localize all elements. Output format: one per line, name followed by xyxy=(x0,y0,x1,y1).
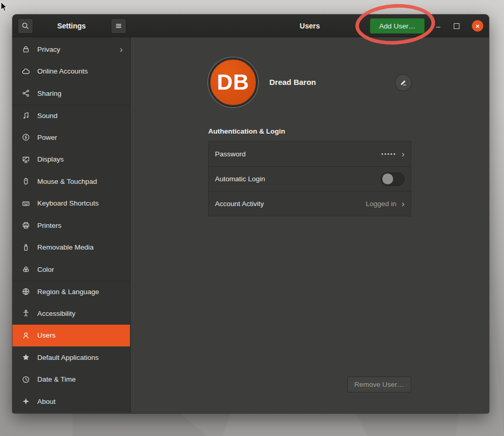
sidebar-item-region-language[interactable]: Region & Language xyxy=(12,281,130,303)
sidebar-item-about[interactable]: About xyxy=(12,390,130,413)
desktop-background: Settings Users Add User… – × Privacy›Onl… xyxy=(0,0,504,436)
sidebar-item-label: Online Accounts xyxy=(37,67,123,75)
sparkle-icon xyxy=(22,397,30,405)
sidebar-item-label: Displays xyxy=(37,155,123,163)
mouse-icon xyxy=(22,177,30,185)
sidebar-item-sharing[interactable]: Sharing xyxy=(12,82,130,105)
sidebar-item-label: Keyboard Shortcuts xyxy=(37,199,123,207)
display-icon xyxy=(22,155,30,164)
sidebar-item-default-applications[interactable]: Default Applications xyxy=(12,346,130,369)
sidebar-item-date-time[interactable]: Date & Time xyxy=(12,369,130,391)
password-label: Password xyxy=(215,150,381,158)
sidebar-item-privacy[interactable]: Privacy› xyxy=(12,38,130,61)
auth-login-list: Password ••••• › Automatic Login Account… xyxy=(208,141,411,216)
music-icon xyxy=(22,111,30,120)
mouse-cursor xyxy=(1,2,8,13)
sidebar-item-label: Users xyxy=(37,331,123,339)
sidebar-item-power[interactable]: Power xyxy=(12,126,130,149)
password-masked-value: ••••• xyxy=(381,151,396,157)
clock-icon xyxy=(22,375,30,384)
sidebar-item-label: Removable Media xyxy=(37,243,123,251)
chevron-right-icon: › xyxy=(401,150,405,158)
account-activity-row[interactable]: Account Activity Logged in › xyxy=(209,191,411,216)
maximize-button[interactable] xyxy=(454,23,459,29)
sidebar-item-label: Sharing xyxy=(37,90,123,97)
sidebar-item-keyboard-shortcuts[interactable]: Keyboard Shortcuts xyxy=(12,193,130,215)
star-icon xyxy=(22,353,30,361)
sidebar-item-mouse-touchpad[interactable]: Mouse & Touchpad xyxy=(12,170,130,193)
automatic-login-toggle[interactable] xyxy=(381,172,405,186)
automatic-login-row: Automatic Login xyxy=(209,166,411,191)
sidebar-item-sound[interactable]: Sound xyxy=(12,105,130,127)
sidebar-item-label: Privacy xyxy=(37,46,112,53)
sidebar-item-label: Date & Time xyxy=(37,375,123,383)
lock-icon xyxy=(22,45,30,53)
share-icon xyxy=(22,89,30,97)
sidebar-item-label: Power xyxy=(37,134,123,141)
keyboard-icon xyxy=(22,199,30,208)
sidebar-item-label: Default Applications xyxy=(37,354,123,361)
sidebar-item-label: Mouse & Touchpad xyxy=(37,178,123,185)
sidebar-item-label: Accessibility xyxy=(37,310,123,317)
pencil-icon xyxy=(399,79,407,86)
sidebar-item-printers[interactable]: Printers xyxy=(12,214,130,237)
edit-name-button[interactable] xyxy=(395,74,412,91)
sidebar-item-removable-media[interactable]: Removable Media xyxy=(12,237,130,259)
user-name: Dread Baron xyxy=(269,78,316,86)
add-user-button[interactable]: Add User… xyxy=(370,18,425,34)
person-icon xyxy=(22,331,30,340)
automatic-login-label: Automatic Login xyxy=(215,175,381,183)
sidebar-list: Privacy›Online AccountsSharingSoundPower… xyxy=(12,37,131,413)
printer-icon xyxy=(22,221,30,229)
sidebar-item-label: About xyxy=(37,398,123,405)
sidebar-item-online-accounts[interactable]: Online Accounts xyxy=(12,61,130,83)
sidebar-item-displays[interactable]: Displays xyxy=(12,149,130,171)
section-title: Authentication & Login xyxy=(208,127,285,135)
power-icon xyxy=(22,133,30,141)
minimize-button[interactable]: – xyxy=(433,14,443,37)
sidebar-item-label: Printers xyxy=(37,222,123,229)
color-icon xyxy=(22,265,30,273)
remove-user-button[interactable]: Remove User… xyxy=(347,376,411,393)
chevron-right-icon: › xyxy=(120,45,123,54)
close-button[interactable]: × xyxy=(472,20,483,32)
chevron-right-icon: › xyxy=(401,199,405,208)
accessibility-icon xyxy=(22,309,30,317)
sidebar-item-users[interactable]: Users xyxy=(12,325,130,347)
sidebar-item-color[interactable]: Color xyxy=(12,258,130,281)
hamburger-icon xyxy=(114,22,123,30)
users-panel-column: DB Dread Baron Authentication & Login Pa… xyxy=(208,37,411,413)
window-body: Privacy›Online AccountsSharingSoundPower… xyxy=(12,37,489,413)
sidebar-item-label: Sound xyxy=(37,112,123,120)
account-activity-label: Account Activity xyxy=(215,200,366,208)
toggle-knob xyxy=(382,173,393,184)
account-activity-value: Logged in xyxy=(366,200,396,208)
globe-icon xyxy=(22,287,30,296)
usb-icon xyxy=(22,243,30,252)
settings-window: Settings Users Add User… – × Privacy›Onl… xyxy=(12,14,489,413)
header-bar: Settings Users Add User… – × xyxy=(12,14,489,37)
password-row[interactable]: Password ••••• › xyxy=(209,141,411,166)
avatar[interactable]: DB xyxy=(208,57,258,107)
sidebar-item-label: Color xyxy=(37,266,123,273)
cloud-icon xyxy=(22,67,30,76)
sidebar-item-accessibility[interactable]: Accessibility xyxy=(12,302,130,325)
users-panel: DB Dread Baron Authentication & Login Pa… xyxy=(131,37,489,413)
menu-button[interactable] xyxy=(111,18,126,34)
sidebar-item-label: Region & Language xyxy=(37,288,123,296)
